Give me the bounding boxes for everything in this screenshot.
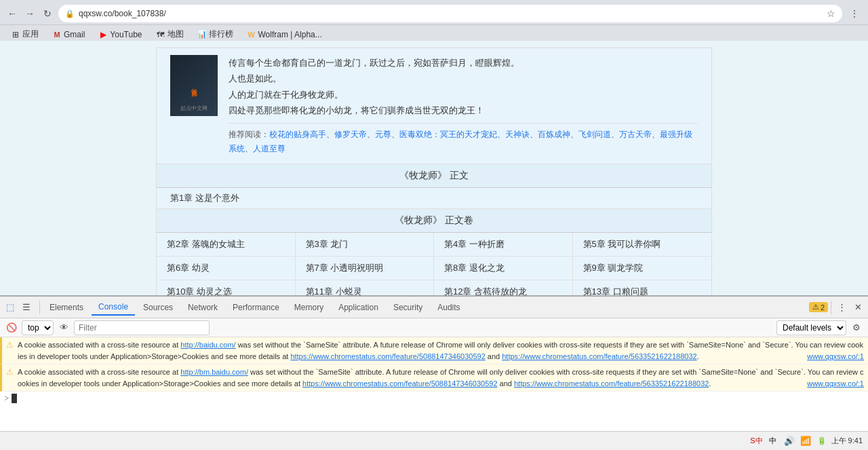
warning-badge: ⚠ 2 [809, 302, 828, 312]
tab-application[interactable]: Application [332, 300, 385, 315]
browser-chrome: ← → ↻ 🔒 qqxsw.co/book_107838/ ☆ ⋮ ⊞ 应用 M… [0, 0, 868, 41]
taskbar-input-icon[interactable]: 中 [766, 434, 780, 448]
eye-icon[interactable]: 👁 [56, 320, 71, 335]
book-info: 传言每个生命都育自己的一道龙门，跃过之后，宛如菩萨归月，瞪眼辉煌。 人也是如此。… [229, 55, 698, 157]
context-selector[interactable]: top [22, 320, 54, 335]
bookmark-gmail[interactable]: M Gmail [47, 29, 90, 41]
bookmark-apps[interactable]: ⊞ 应用 [5, 27, 44, 41]
forward-button[interactable]: → [23, 7, 37, 20]
console-cursor[interactable] [12, 394, 17, 403]
close-devtools-icon[interactable]: ✕ [850, 300, 865, 315]
toc-wrapper: 《牧龙师》 正文 第1章 这是个意外 《牧龙师》 正文卷 第2章 落魄的女城主第… [157, 164, 711, 295]
toc-sub-header: 《牧龙师》 正文卷 [157, 209, 711, 233]
book-cover: 牧龙师 起点中文网 [170, 55, 218, 116]
tab-network[interactable]: Network [181, 300, 224, 315]
back-button[interactable]: ← [5, 7, 19, 20]
tab-sources[interactable]: Sources [136, 300, 180, 315]
toolbar-icons: ⋮ [846, 5, 863, 22]
taskbar-time: 上午 9:41 [831, 436, 863, 446]
toc-cell[interactable]: 第8章 退化之龙 [434, 257, 573, 280]
book-desc-1: 传言每个生命都育自己的一道龙门，跃过之后，宛如菩萨归月，瞪眼辉煌。 [229, 55, 698, 71]
toc-main-header: 《牧龙师》 正文 [157, 164, 711, 188]
book-desc-4: 四处寻觅那些即将化龙的小幼龙，将它们驯养成当世无双的龙王！ [229, 102, 698, 118]
maps-icon: 🗺 [156, 30, 165, 39]
url-text: qqxsw.co/book_107838/ [79, 9, 823, 18]
toc-cell[interactable]: 第2章 落魄的女城主 [157, 233, 296, 257]
bookmark-maps[interactable]: 🗺 地图 [151, 27, 189, 41]
more-options-icon[interactable]: ⋮ [834, 300, 849, 315]
extension-icon[interactable]: ⋮ [846, 5, 863, 22]
book-desc-3: 人的龙门就在于化身牧龙师。 [229, 87, 698, 102]
apps-icon: ⊞ [11, 30, 20, 39]
book-desc-2: 人也是如此。 [229, 71, 698, 86]
console-input-line: > [0, 392, 868, 405]
ranking-icon: 📊 [197, 30, 207, 39]
toc-cell[interactable]: 第4章 一种折磨 [434, 233, 573, 257]
browser-toolbar: ← → ↻ 🔒 qqxsw.co/book_107838/ ☆ ⋮ [0, 0, 868, 24]
refresh-button[interactable]: ↻ [41, 7, 54, 20]
separator-2 [831, 301, 831, 314]
console-warning-1: ⚠ A cookie associated with a cross-site … [0, 337, 868, 364]
tab-audits[interactable]: Audits [431, 300, 467, 315]
book-recommend: 推荐阅读：校花的贴身高手、修罗天帝、元尊、医毒双绝：冥王的天才宠妃、天神诀、百炼… [229, 123, 698, 157]
bookmark-ranking[interactable]: 📊 排行榜 [192, 27, 239, 41]
taskbar-volume-icon[interactable]: 🔊 [783, 434, 796, 448]
toc-grid: 第2章 落魄的女城主第3章 龙门第4章 一种折磨第5章 我可以养你啊第6章 幼灵… [157, 233, 711, 295]
page-scroll-area[interactable]: 牧龙师 起点中文网 传言每个生命都育自己的一道龙门，跃过之后，宛如菩萨归月，瞪眼… [0, 41, 868, 295]
warning-icon-1: ⚠ [6, 340, 14, 350]
warning-text-2: A cookie associated with a cross-site re… [18, 367, 864, 389]
tab-security[interactable]: Security [387, 300, 429, 315]
devtools-panel: ⬚ ☰ Elements Console Sources Network Per… [0, 295, 868, 431]
toc-cell[interactable]: 第10章 幼灵之选 [157, 280, 296, 295]
lock-icon: 🔒 [65, 10, 75, 18]
bookmark-youtube[interactable]: ▶ YouTube [93, 29, 147, 41]
log-level-selector[interactable]: Default levels [776, 320, 846, 335]
clear-console-icon[interactable]: 🚫 [4, 320, 19, 335]
console-messages: ⚠ A cookie associated with a cross-site … [0, 337, 868, 431]
tab-console[interactable]: Console [92, 299, 135, 316]
tab-memory[interactable]: Memory [288, 300, 330, 315]
separator-1 [39, 301, 40, 314]
device-icon[interactable]: ☰ [19, 300, 34, 315]
taskbar-sogou-icon[interactable]: S中 [750, 434, 764, 448]
toc-cell[interactable]: 第11章 小蜕灵 [296, 280, 435, 295]
taskbar-battery-icon[interactable]: 🔋 [815, 434, 829, 448]
gmail-icon: M [52, 30, 62, 39]
taskbar-network-icon[interactable]: 📶 [799, 434, 812, 448]
book-section: 牧龙师 起点中文网 传言每个生命都育自己的一道龙门，跃过之后，宛如菩萨归月，瞪眼… [157, 48, 711, 164]
toc-cell[interactable]: 第9章 驯龙学院 [573, 257, 712, 280]
toc-cell[interactable]: 第6章 幼灵 [157, 257, 296, 280]
devtools-left-icons: ⬚ ☰ [3, 300, 34, 315]
console-toolbar: 🚫 top 👁 Default levels ⚙ [0, 318, 868, 337]
warning-text-1: A cookie associated with a cross-site re… [18, 339, 864, 362]
bookmark-wolfram[interactable]: W Wolfram | Alpha... [241, 29, 328, 41]
star-icon[interactable]: ☆ [827, 8, 835, 19]
toc-cell[interactable]: 第5章 我可以养你啊 [573, 233, 712, 257]
youtube-icon: ▶ [98, 30, 108, 39]
warning-icon-2: ⚠ [6, 367, 14, 377]
settings-icon[interactable]: ⚙ [849, 320, 864, 335]
filter-input[interactable] [74, 320, 210, 335]
toc-first-item[interactable]: 第1章 这是个意外 [157, 188, 711, 209]
console-prompt: > [4, 394, 9, 403]
main-area: 牧龙师 起点中文网 传言每个生命都育自己的一道龙门，跃过之后，宛如菩萨归月，瞪眼… [0, 41, 868, 450]
toc-cell[interactable]: 第3章 龙门 [296, 233, 435, 257]
toc-cell[interactable]: 第13章 口粮问题 [573, 280, 712, 295]
wolfram-icon: W [247, 30, 256, 39]
console-warning-2: ⚠ A cookie associated with a cross-site … [0, 364, 868, 392]
address-bar[interactable]: 🔒 qqxsw.co/book_107838/ ☆ [58, 5, 842, 22]
toc-cell[interactable]: 第7章 小透明祝明明 [296, 257, 435, 280]
devtools-toolbar: ⬚ ☰ Elements Console Sources Network Per… [0, 297, 868, 318]
taskbar: S中 中 🔊 📶 🔋 上午 9:41 [0, 431, 868, 450]
tab-performance[interactable]: Performance [226, 300, 286, 315]
tab-elements[interactable]: Elements [43, 300, 90, 315]
toc-cell[interactable]: 第12章 含苞待放的龙 [434, 280, 573, 295]
inspect-icon[interactable]: ⬚ [3, 300, 18, 315]
